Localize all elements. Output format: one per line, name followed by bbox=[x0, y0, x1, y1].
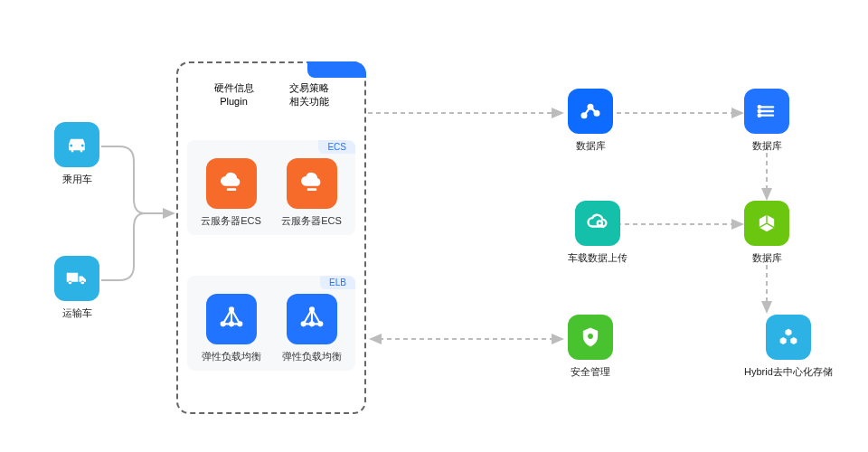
ecs-tag: ECS bbox=[318, 140, 355, 154]
cloudsearch-label: 车载数据上传 bbox=[568, 251, 627, 265]
elb-label-2: 弹性负载均衡 bbox=[282, 350, 342, 363]
header1-line2: Plugin bbox=[214, 95, 254, 108]
elb-tag: ELB bbox=[320, 276, 355, 289]
center-tab bbox=[307, 61, 366, 78]
svg-point-7 bbox=[318, 322, 322, 325]
node-cloudsearch: 车载数据上传 bbox=[568, 201, 627, 265]
shield-icon bbox=[568, 315, 613, 360]
svg-point-6 bbox=[301, 322, 305, 325]
node-greendb: 数据库 bbox=[744, 201, 789, 265]
hbase-label: Hybrid去中心化存储 bbox=[744, 365, 833, 379]
architecture-diagram: 乘用车 运输车 硬件信息 Plugin 交易策略 相关功能 ECS 云服务器EC… bbox=[0, 0, 868, 452]
center-panel: 硬件信息 Plugin 交易策略 相关功能 ECS 云服务器ECS 云服务器EC… bbox=[176, 61, 366, 414]
ecs-item-1: 云服务器ECS bbox=[201, 158, 261, 228]
shield-label: 安全管理 bbox=[571, 365, 610, 379]
node-hbase: Hybrid去中心化存储 bbox=[744, 315, 833, 379]
ecs-item-2: 云服务器ECS bbox=[281, 158, 342, 228]
svg-point-2 bbox=[238, 322, 241, 325]
car-label: 乘用车 bbox=[62, 173, 92, 186]
svg-point-1 bbox=[221, 322, 224, 325]
header-col-2: 交易策略 相关功能 bbox=[289, 81, 329, 109]
header-col-1: 硬件信息 Plugin bbox=[214, 81, 254, 109]
node-shield: 安全管理 bbox=[568, 315, 613, 379]
svg-point-19 bbox=[759, 106, 760, 108]
hex-db-icon bbox=[744, 201, 789, 246]
database-lines-icon bbox=[744, 89, 789, 134]
lines-label: 数据库 bbox=[752, 139, 782, 153]
elb-item-2: 弹性负载均衡 bbox=[282, 294, 342, 363]
node-lines: 数据库 bbox=[744, 89, 789, 153]
truck-label: 运输车 bbox=[62, 306, 92, 320]
elb-item-1: 弹性负载均衡 bbox=[202, 294, 261, 363]
header2-line1: 交易策略 bbox=[289, 81, 329, 95]
greendb-label: 数据库 bbox=[752, 251, 782, 265]
ecs-label-2: 云服务器ECS bbox=[281, 214, 342, 228]
graph-label: 数据库 bbox=[576, 139, 606, 153]
elb-panel: ELB 弹性负载均衡 弹性负载均衡 bbox=[187, 276, 355, 371]
load-balancer-icon bbox=[287, 294, 337, 344]
connectors bbox=[0, 0, 868, 452]
svg-point-20 bbox=[759, 110, 760, 112]
cloud-search-icon bbox=[575, 201, 620, 246]
load-balancer-icon bbox=[206, 294, 257, 344]
car-icon bbox=[54, 122, 99, 167]
ecs-label-1: 云服务器ECS bbox=[201, 214, 261, 228]
svg-point-13 bbox=[598, 221, 602, 225]
node-graph: 数据库 bbox=[568, 89, 613, 153]
graph-icon bbox=[568, 89, 613, 134]
header2-line2: 相关功能 bbox=[289, 95, 329, 108]
node-car: 乘用车 bbox=[54, 122, 99, 186]
cloud-server-icon bbox=[287, 158, 337, 209]
node-truck: 运输车 bbox=[54, 256, 99, 320]
cloud-server-icon bbox=[206, 158, 257, 209]
svg-line-14 bbox=[602, 225, 604, 227]
elb-label-1: 弹性负载均衡 bbox=[202, 350, 261, 363]
header1-line1: 硬件信息 bbox=[214, 81, 254, 95]
ecs-panel: ECS 云服务器ECS 云服务器ECS bbox=[187, 140, 355, 235]
svg-point-21 bbox=[759, 115, 760, 117]
center-header: 硬件信息 Plugin 交易策略 相关功能 bbox=[178, 81, 364, 109]
cluster-icon bbox=[766, 315, 811, 360]
truck-icon bbox=[54, 256, 99, 301]
